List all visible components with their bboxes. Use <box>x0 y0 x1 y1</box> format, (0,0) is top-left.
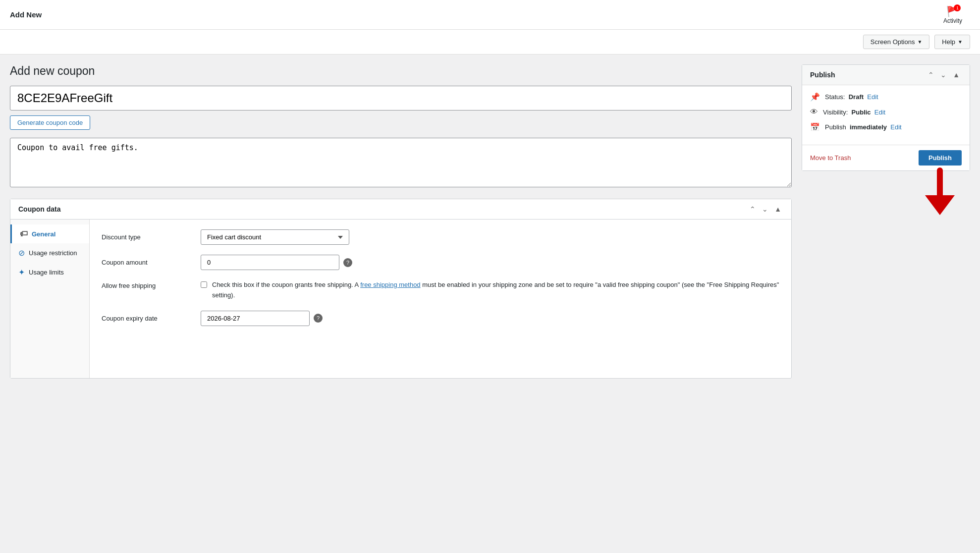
coupon-code-input[interactable] <box>10 86 792 111</box>
coupon-data-body: 🏷 General ⊘ Usage restriction ✦ Usage li… <box>10 220 791 378</box>
free-shipping-label: Allow free shipping <box>102 280 191 289</box>
publish-button[interactable]: Publish <box>919 150 962 166</box>
visibility-value: Public <box>852 109 871 116</box>
coupon-amount-label: Coupon amount <box>102 255 191 266</box>
coupon-data-title: Coupon data <box>18 205 61 213</box>
publish-title: Publish <box>810 71 835 79</box>
publish-header-controls: ⌃ ⌄ ▲ <box>926 70 962 80</box>
tab-usage-limits-label: Usage limits <box>29 269 64 276</box>
page-title: Add new coupon <box>10 64 792 78</box>
free-shipping-method-link[interactable]: free shipping method <box>360 281 420 288</box>
top-bar: Add New 🚩 1 Activity <box>0 0 980 30</box>
coupon-tab-content-general: Discount type Percentage discount Fixed … <box>90 220 791 378</box>
sidebar: Publish ⌃ ⌄ ▲ 📌 Status: Draft Edit <box>802 64 970 379</box>
coupon-amount-input[interactable] <box>201 255 339 270</box>
discount-type-control: Percentage discount Fixed cart discount … <box>201 229 779 245</box>
coupon-data-toggle-button[interactable]: ▲ <box>772 204 783 214</box>
main-content: Add new coupon Generate coupon code Coup… <box>0 55 980 388</box>
generate-coupon-code-button[interactable]: Generate coupon code <box>10 115 90 130</box>
visibility-edit-link[interactable]: Edit <box>874 109 885 116</box>
svg-marker-1 <box>925 195 955 215</box>
discount-type-label: Discount type <box>102 229 191 241</box>
coupon-amount-control: ? <box>201 255 779 270</box>
coupon-amount-help-icon[interactable]: ? <box>343 258 352 267</box>
free-shipping-text-1: Check this box if the coupon grants free… <box>212 281 360 288</box>
publish-visibility-text: Visibility: Public Edit <box>823 109 885 116</box>
tab-general-label: General <box>32 230 55 238</box>
help-button[interactable]: Help ▼ <box>934 35 970 49</box>
screen-options-chevron-icon: ▼ <box>917 39 922 45</box>
top-bar-right: 🚩 1 Activity <box>935 1 970 28</box>
coupon-data-box: Coupon data ⌃ ⌄ ▲ 🏷 General ⊘ Usage re <box>10 199 792 379</box>
circle-ban-icon: ⊘ <box>18 248 25 258</box>
coupon-data-header: Coupon data ⌃ ⌄ ▲ <box>10 199 791 220</box>
tab-usage-restriction-label: Usage restriction <box>29 249 77 257</box>
help-chevron-icon: ▼ <box>958 39 963 45</box>
publish-when-value: immediately <box>850 123 887 131</box>
expiry-date-row: Coupon expiry date ? <box>102 311 779 326</box>
publish-footer: Move to Trash Publish <box>802 145 970 170</box>
publish-date-edit-link[interactable]: Edit <box>890 123 901 131</box>
status-label: Status: <box>825 93 845 101</box>
coupon-tabs: 🏷 General ⊘ Usage restriction ✦ Usage li… <box>10 220 90 378</box>
status-edit-link[interactable]: Edit <box>867 93 878 101</box>
publish-status-row: 📌 Status: Draft Edit <box>810 92 962 102</box>
description-textarea[interactable] <box>10 138 792 187</box>
coupon-data-collapse-up-button[interactable]: ⌃ <box>748 204 758 214</box>
publish-collapse-down-button[interactable]: ⌄ <box>938 70 948 80</box>
publish-status-text: Status: Draft Edit <box>825 93 878 101</box>
expiry-date-control: ? <box>201 311 779 326</box>
tab-general[interactable]: 🏷 General <box>10 224 89 243</box>
tab-usage-limits[interactable]: ✦ Usage limits <box>10 263 89 282</box>
activity-button[interactable]: 🚩 1 Activity <box>935 1 970 28</box>
screen-options-button[interactable]: Screen Options ▼ <box>863 35 930 49</box>
help-label: Help <box>942 38 955 46</box>
status-value: Draft <box>849 93 864 101</box>
visibility-label: Visibility: <box>823 109 848 116</box>
move-to-trash-button[interactable]: Move to Trash <box>810 154 851 162</box>
status-pin-icon: 📌 <box>810 92 820 102</box>
free-shipping-description: Check this box if the coupon grants free… <box>212 280 779 301</box>
visibility-eye-icon: 👁 <box>810 108 818 116</box>
calendar-icon: 📅 <box>810 122 820 132</box>
toolbar: Screen Options ▼ Help ▼ <box>0 30 980 55</box>
free-shipping-row: Allow free shipping Check this box if th… <box>102 280 779 301</box>
publish-date-row: 📅 Publish immediately Edit <box>810 122 962 132</box>
publish-body: 📌 Status: Draft Edit 👁 Visibility: Publi… <box>802 85 970 145</box>
coupon-data-collapse-down-button[interactable]: ⌄ <box>760 204 770 214</box>
publish-visibility-row: 👁 Visibility: Public Edit <box>810 108 962 116</box>
expiry-date-help-icon[interactable]: ? <box>314 314 323 323</box>
free-shipping-control: Check this box if the coupon grants free… <box>201 280 779 301</box>
expiry-date-label: Coupon expiry date <box>102 311 191 322</box>
free-shipping-checkbox[interactable] <box>201 281 207 288</box>
plus-asterisk-icon: ✦ <box>18 268 25 277</box>
expiry-date-input[interactable] <box>201 311 310 326</box>
publish-collapse-up-button[interactable]: ⌃ <box>926 70 936 80</box>
activity-badge: 1 <box>954 4 961 11</box>
coupon-amount-row: Coupon amount ? <box>102 255 779 270</box>
generate-coupon-label: Generate coupon code <box>17 119 83 126</box>
activity-icon: 🚩 1 <box>946 5 959 17</box>
publish-header: Publish ⌃ ⌄ ▲ <box>802 65 970 85</box>
publish-when-label: Publish <box>825 123 846 131</box>
red-arrow-indicator <box>920 166 960 215</box>
content-area: Add new coupon Generate coupon code Coup… <box>10 64 792 379</box>
publish-toggle-button[interactable]: ▲ <box>951 70 962 80</box>
publish-date-text: Publish immediately Edit <box>825 123 902 131</box>
tag-icon: 🏷 <box>20 229 28 238</box>
activity-label: Activity <box>943 17 962 24</box>
discount-type-row: Discount type Percentage discount Fixed … <box>102 229 779 245</box>
coupon-data-controls: ⌃ ⌄ ▲ <box>748 204 783 214</box>
page-add-new-title: Add New <box>10 10 42 19</box>
tab-usage-restriction[interactable]: ⊘ Usage restriction <box>10 243 89 263</box>
description-wrapper <box>10 138 792 199</box>
screen-options-label: Screen Options <box>871 38 915 46</box>
publish-box: Publish ⌃ ⌄ ▲ 📌 Status: Draft Edit <box>802 64 970 171</box>
discount-type-select[interactable]: Percentage discount Fixed cart discount … <box>201 229 349 245</box>
